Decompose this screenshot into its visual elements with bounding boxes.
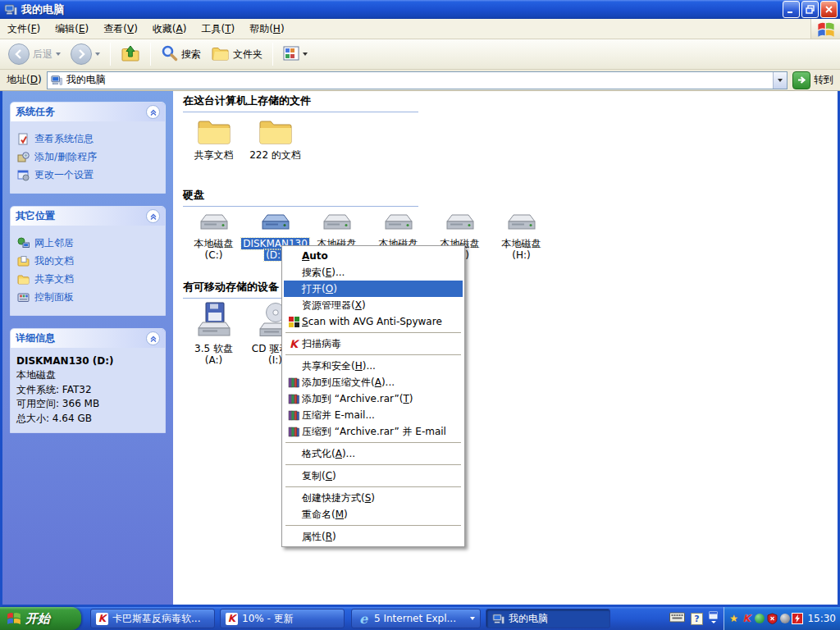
toolbar-separator (150, 43, 151, 66)
menu-item-explorer[interactable]: 资源管理器(X) (284, 297, 463, 313)
winrar-icon (285, 394, 302, 404)
toolbar-separator (272, 43, 273, 66)
back-dropdown-icon[interactable] (56, 52, 61, 56)
menu-item-scan-virus[interactable]: K 扫描病毒 (284, 336, 463, 352)
link-add-remove-programs[interactable]: 添加/删除程序 (16, 150, 159, 164)
back-icon (8, 43, 30, 65)
address-dropdown-button[interactable] (773, 72, 787, 89)
task-button-kaspersky-update[interactable]: K 10% - 更新 (220, 609, 345, 628)
hard-drive-icon (322, 212, 353, 236)
menu-file[interactable]: 文件(F) (0, 19, 48, 39)
toolbar: 后退 搜索 文件夹 (0, 39, 840, 70)
my-computer-icon (50, 74, 63, 87)
menu-item-add-to-archive-rar[interactable]: 添加到 “Archive.rar”(T) (284, 390, 463, 407)
menu-item-rename[interactable]: 重命名(M) (284, 506, 463, 523)
winrar-icon (285, 410, 302, 421)
menu-item-sharing-security[interactable]: 共享和安全(H)... (284, 358, 463, 374)
menu-view[interactable]: 查看(V) (96, 19, 145, 39)
drive-item-h[interactable]: 本地磁盘(H:) (491, 212, 552, 261)
kaspersky-tray-icon[interactable]: K (741, 613, 751, 625)
forward-dropdown-icon[interactable] (95, 52, 100, 56)
keyboard-icon[interactable] (669, 612, 685, 625)
up-button[interactable] (117, 43, 144, 66)
link-my-documents[interactable]: 我的文档 (16, 254, 159, 268)
menu-item-format[interactable]: 格式化(A)... (284, 445, 463, 462)
link-view-system-info[interactable]: 查看系统信息 (16, 132, 159, 146)
kaspersky-icon: K (285, 338, 302, 350)
control-panel-icon (16, 291, 30, 304)
menu-separator (285, 486, 461, 487)
hard-drive-icon-selected (260, 212, 291, 236)
avg-icon (285, 317, 302, 327)
device-tray-icon[interactable] (779, 613, 790, 625)
folder-icon (258, 116, 294, 148)
winrar-icon (285, 377, 302, 388)
link-change-setting[interactable]: 更改一个设置 (16, 168, 159, 182)
network-places-icon (16, 237, 30, 250)
go-button[interactable]: 转到 (792, 71, 837, 89)
panel-header[interactable]: 详细信息 (11, 329, 165, 348)
address-input[interactable]: 我的电脑 (47, 71, 788, 89)
network-tray-icon[interactable] (754, 613, 765, 625)
menu-favorites[interactable]: 收藏(A) (145, 19, 194, 39)
menu-item-properties[interactable]: 属性(R) (284, 528, 463, 545)
collapse-chevron-icon[interactable] (146, 331, 160, 345)
folder-item-222-documents[interactable]: 222 的文档 (244, 116, 306, 161)
menu-item-search[interactable]: 搜索(E)... (284, 264, 463, 281)
system-tray: ★ K 15:30 (724, 607, 840, 630)
kaspersky-icon: K (96, 613, 108, 625)
link-network-places[interactable]: 网上邻居 (16, 236, 159, 250)
taskbar: 开始 K 卡巴斯基反病毒软... K 10% - 更新 e 5 Internet… (0, 607, 840, 630)
restore-button[interactable] (801, 1, 819, 18)
back-button[interactable]: 后退 (5, 42, 64, 66)
star-tray-icon[interactable]: ★ (728, 613, 739, 625)
language-options-icon[interactable] (709, 611, 719, 627)
hard-drive-icon (199, 212, 230, 236)
search-button[interactable]: 搜索 (158, 43, 204, 66)
collapse-chevron-icon[interactable] (146, 105, 160, 119)
menu-item-create-shortcut[interactable]: 创建快捷方式(S) (284, 490, 463, 506)
title-bar: 我的电脑 (0, 0, 840, 19)
menu-item-add-to-archive[interactable]: 添加到压缩文件(A)... (284, 374, 463, 390)
drive-item-floppy-a[interactable]: 3.5 软盘(A:) (183, 301, 244, 366)
link-shared-documents[interactable]: 共享文档 (16, 272, 159, 286)
kaspersky-update-tray-icon[interactable] (792, 613, 803, 625)
help-icon[interactable]: ? (691, 613, 703, 625)
my-computer-icon (4, 3, 17, 16)
drive-item-c[interactable]: 本地磁盘(C:) (183, 212, 244, 261)
menu-item-copy[interactable]: 复制(C) (284, 468, 463, 484)
minimize-button[interactable] (783, 1, 800, 18)
kaspersky-icon: K (226, 613, 238, 625)
menu-item-compress-rar-email[interactable]: 压缩到 “Archive.rar” 并 E-mail (284, 423, 463, 440)
hard-drive-icon (383, 212, 414, 236)
close-button[interactable] (820, 1, 838, 18)
menu-separator (285, 464, 461, 465)
panel-header[interactable]: 系统任务 (11, 103, 165, 121)
floppy-drive-icon (196, 301, 232, 341)
task-button-my-computer[interactable]: 我的电脑 (486, 609, 610, 628)
views-button[interactable] (280, 44, 311, 65)
views-dropdown-icon[interactable] (303, 52, 308, 56)
menu-item-compress-email[interactable]: 压缩并 E-mail... (284, 407, 463, 423)
collapse-chevron-icon[interactable] (146, 209, 160, 223)
address-value: 我的电脑 (66, 73, 769, 87)
section-header-files: 在这台计算机上存储的文件 (183, 94, 418, 112)
menu-tools[interactable]: 工具(T) (194, 19, 242, 39)
task-button-internet-explorer-group[interactable]: e 5 Internet Expl... (351, 609, 481, 628)
folder-item-shared-documents[interactable]: 共享文档 (183, 116, 244, 161)
details-volume-type: 本地磁盘 (16, 368, 159, 382)
menu-edit[interactable]: 编辑(E) (48, 19, 96, 39)
menu-item-auto[interactable]: Auto (284, 248, 463, 264)
link-control-panel[interactable]: 控制面板 (16, 290, 159, 304)
panel-header[interactable]: 其它位置 (11, 207, 165, 226)
hard-drive-icon (445, 212, 476, 236)
start-button[interactable]: 开始 (0, 607, 81, 630)
menu-item-open[interactable]: 打开(O) (284, 281, 463, 297)
clock[interactable]: 15:30 (807, 613, 836, 624)
menu-item-avg-scan[interactable]: Scan with AVG Anti-Spyware (284, 313, 463, 330)
forward-button[interactable] (67, 42, 103, 66)
task-button-kaspersky[interactable]: K 卡巴斯基反病毒软... (90, 609, 215, 628)
menu-help[interactable]: 帮助(H) (242, 19, 291, 39)
security-shield-icon[interactable] (766, 613, 777, 625)
folders-button[interactable]: 文件夹 (208, 43, 266, 66)
